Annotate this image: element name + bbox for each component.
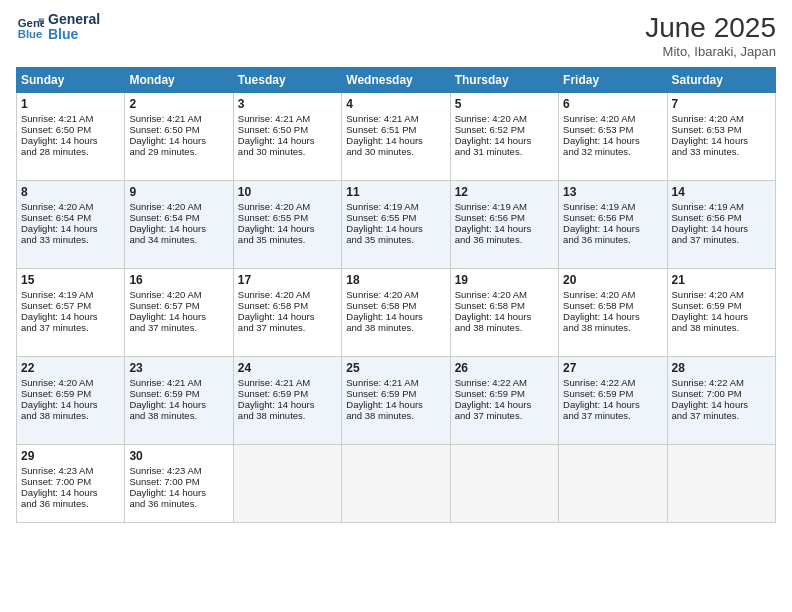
header: General Blue General Blue June 2025 Mito… xyxy=(16,12,776,59)
day-number: 18 xyxy=(346,273,445,287)
cell-info-line: Daylight: 14 hours xyxy=(129,223,228,234)
day-number: 28 xyxy=(672,361,771,375)
calendar-week-row: 1Sunrise: 4:21 AMSunset: 6:50 PMDaylight… xyxy=(17,93,776,181)
calendar-cell xyxy=(559,445,667,523)
cell-info-line: Sunset: 6:54 PM xyxy=(21,212,120,223)
cell-info-line: Sunrise: 4:21 AM xyxy=(129,113,228,124)
cell-info-line: Sunrise: 4:20 AM xyxy=(238,201,337,212)
main-title: June 2025 xyxy=(645,12,776,44)
cell-info-line: and 38 minutes. xyxy=(21,410,120,421)
day-number: 30 xyxy=(129,449,228,463)
logo-blue: Blue xyxy=(48,27,100,42)
cell-info-line: Daylight: 14 hours xyxy=(455,399,554,410)
cell-info-line: and 38 minutes. xyxy=(346,410,445,421)
calendar-cell xyxy=(342,445,450,523)
calendar-cell: 25Sunrise: 4:21 AMSunset: 6:59 PMDayligh… xyxy=(342,357,450,445)
cell-info-line: Sunrise: 4:19 AM xyxy=(455,201,554,212)
day-number: 19 xyxy=(455,273,554,287)
cell-info-line: Sunset: 6:58 PM xyxy=(563,300,662,311)
day-number: 29 xyxy=(21,449,120,463)
calendar-cell xyxy=(450,445,558,523)
cell-info-line: Daylight: 14 hours xyxy=(563,311,662,322)
day-number: 17 xyxy=(238,273,337,287)
calendar-cell xyxy=(233,445,341,523)
cell-info-line: Sunset: 6:57 PM xyxy=(129,300,228,311)
calendar-cell: 8Sunrise: 4:20 AMSunset: 6:54 PMDaylight… xyxy=(17,181,125,269)
cell-info-line: and 30 minutes. xyxy=(346,146,445,157)
cell-info-line: Sunrise: 4:20 AM xyxy=(346,289,445,300)
title-block: June 2025 Mito, Ibaraki, Japan xyxy=(645,12,776,59)
cell-info-line: and 37 minutes. xyxy=(238,322,337,333)
day-number: 25 xyxy=(346,361,445,375)
cell-info-line: and 36 minutes. xyxy=(129,498,228,509)
calendar-week-row: 29Sunrise: 4:23 AMSunset: 7:00 PMDayligh… xyxy=(17,445,776,523)
calendar-week-row: 8Sunrise: 4:20 AMSunset: 6:54 PMDaylight… xyxy=(17,181,776,269)
calendar-cell: 2Sunrise: 4:21 AMSunset: 6:50 PMDaylight… xyxy=(125,93,233,181)
cell-info-line: and 28 minutes. xyxy=(21,146,120,157)
cell-info-line: Daylight: 14 hours xyxy=(129,135,228,146)
cell-info-line: Daylight: 14 hours xyxy=(21,223,120,234)
weekday-header-monday: Monday xyxy=(125,68,233,93)
cell-info-line: Sunrise: 4:21 AM xyxy=(21,113,120,124)
calendar-cell: 26Sunrise: 4:22 AMSunset: 6:59 PMDayligh… xyxy=(450,357,558,445)
cell-info-line: Sunset: 6:59 PM xyxy=(21,388,120,399)
cell-info-line: Sunset: 6:59 PM xyxy=(129,388,228,399)
cell-info-line: Sunrise: 4:19 AM xyxy=(672,201,771,212)
cell-info-line: Sunset: 6:51 PM xyxy=(346,124,445,135)
cell-info-line: and 32 minutes. xyxy=(563,146,662,157)
page: General Blue General Blue June 2025 Mito… xyxy=(0,0,792,612)
cell-info-line: Sunrise: 4:21 AM xyxy=(238,377,337,388)
cell-info-line: Sunrise: 4:20 AM xyxy=(129,289,228,300)
cell-info-line: Daylight: 14 hours xyxy=(238,223,337,234)
cell-info-line: Sunrise: 4:20 AM xyxy=(455,289,554,300)
weekday-header-wednesday: Wednesday xyxy=(342,68,450,93)
calendar-cell: 19Sunrise: 4:20 AMSunset: 6:58 PMDayligh… xyxy=(450,269,558,357)
cell-info-line: Sunset: 6:55 PM xyxy=(346,212,445,223)
weekday-header-tuesday: Tuesday xyxy=(233,68,341,93)
day-number: 14 xyxy=(672,185,771,199)
day-number: 3 xyxy=(238,97,337,111)
cell-info-line: Sunset: 6:50 PM xyxy=(238,124,337,135)
cell-info-line: and 37 minutes. xyxy=(672,234,771,245)
cell-info-line: Sunset: 6:50 PM xyxy=(129,124,228,135)
day-number: 21 xyxy=(672,273,771,287)
calendar-cell: 1Sunrise: 4:21 AMSunset: 6:50 PMDaylight… xyxy=(17,93,125,181)
day-number: 9 xyxy=(129,185,228,199)
logo: General Blue General Blue xyxy=(16,12,100,43)
calendar-cell: 13Sunrise: 4:19 AMSunset: 6:56 PMDayligh… xyxy=(559,181,667,269)
cell-info-line: Sunrise: 4:20 AM xyxy=(238,289,337,300)
calendar-cell: 3Sunrise: 4:21 AMSunset: 6:50 PMDaylight… xyxy=(233,93,341,181)
calendar-cell: 21Sunrise: 4:20 AMSunset: 6:59 PMDayligh… xyxy=(667,269,775,357)
day-number: 7 xyxy=(672,97,771,111)
cell-info-line: Sunset: 6:57 PM xyxy=(21,300,120,311)
cell-info-line: Sunrise: 4:20 AM xyxy=(672,113,771,124)
cell-info-line: Sunset: 6:56 PM xyxy=(455,212,554,223)
day-number: 6 xyxy=(563,97,662,111)
cell-info-line: Sunset: 6:56 PM xyxy=(563,212,662,223)
day-number: 2 xyxy=(129,97,228,111)
cell-info-line: Daylight: 14 hours xyxy=(21,487,120,498)
cell-info-line: Sunset: 7:00 PM xyxy=(672,388,771,399)
cell-info-line: Sunrise: 4:20 AM xyxy=(563,113,662,124)
day-number: 11 xyxy=(346,185,445,199)
calendar-cell xyxy=(667,445,775,523)
cell-info-line: and 37 minutes. xyxy=(563,410,662,421)
calendar-cell: 11Sunrise: 4:19 AMSunset: 6:55 PMDayligh… xyxy=(342,181,450,269)
calendar-week-row: 22Sunrise: 4:20 AMSunset: 6:59 PMDayligh… xyxy=(17,357,776,445)
calendar-cell: 24Sunrise: 4:21 AMSunset: 6:59 PMDayligh… xyxy=(233,357,341,445)
calendar-cell: 22Sunrise: 4:20 AMSunset: 6:59 PMDayligh… xyxy=(17,357,125,445)
calendar-cell: 15Sunrise: 4:19 AMSunset: 6:57 PMDayligh… xyxy=(17,269,125,357)
cell-info-line: Daylight: 14 hours xyxy=(129,399,228,410)
cell-info-line: Daylight: 14 hours xyxy=(346,399,445,410)
cell-info-line: Sunrise: 4:22 AM xyxy=(455,377,554,388)
cell-info-line: Sunrise: 4:22 AM xyxy=(672,377,771,388)
logo-icon: General Blue xyxy=(16,13,44,41)
cell-info-line: Sunrise: 4:20 AM xyxy=(129,201,228,212)
cell-info-line: and 35 minutes. xyxy=(346,234,445,245)
cell-info-line: Sunset: 7:00 PM xyxy=(21,476,120,487)
calendar-week-row: 15Sunrise: 4:19 AMSunset: 6:57 PMDayligh… xyxy=(17,269,776,357)
cell-info-line: and 31 minutes. xyxy=(455,146,554,157)
cell-info-line: and 29 minutes. xyxy=(129,146,228,157)
cell-info-line: Sunset: 6:55 PM xyxy=(238,212,337,223)
calendar-cell: 29Sunrise: 4:23 AMSunset: 7:00 PMDayligh… xyxy=(17,445,125,523)
